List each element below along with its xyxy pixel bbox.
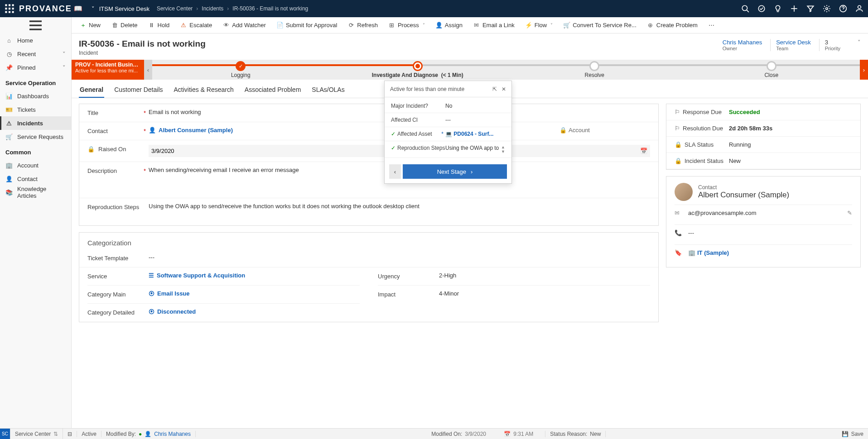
field-ticket-template[interactable]: Ticket Template --- bbox=[79, 249, 658, 267]
contact-email-row[interactable]: ✉ac@provancesample.com✎ bbox=[675, 205, 852, 221]
tab-activities[interactable]: Activities & Research bbox=[173, 83, 235, 98]
next-stage-button[interactable]: Next Stage› bbox=[403, 164, 507, 179]
chevron-down-icon: ˅ bbox=[63, 51, 66, 57]
bpf-next-button[interactable]: › bbox=[860, 60, 868, 80]
svg-point-14 bbox=[826, 8, 828, 10]
app-chevron-down-icon[interactable]: ˅ bbox=[92, 5, 95, 12]
pin-icon: 📌 bbox=[5, 64, 13, 71]
dock-icon[interactable]: ⇱ bbox=[492, 86, 497, 92]
flow-button[interactable]: ⚡Flow˅ bbox=[521, 17, 557, 33]
delete-button[interactable]: 🗑Delete bbox=[107, 17, 142, 33]
add-watcher-button[interactable]: 👁Add Watcher bbox=[218, 17, 270, 33]
search-icon[interactable] bbox=[741, 5, 749, 13]
scroll-down-icon[interactable]: ▼ bbox=[501, 149, 505, 154]
tab-general[interactable]: General bbox=[79, 83, 104, 98]
escalate-button[interactable]: ⚠Escalate bbox=[176, 17, 217, 33]
sidebar-item-account[interactable]: 🏢Account bbox=[0, 158, 71, 172]
bpf-stage-close[interactable]: Close bbox=[683, 61, 860, 78]
field-category-detailed[interactable]: Category Detailed ⦿Disconnected bbox=[87, 304, 360, 322]
edit-icon[interactable]: ✎ bbox=[847, 210, 852, 216]
bpf-process-pill[interactable]: PROV - Incident Business... Active for l… bbox=[72, 60, 144, 80]
flyout-field-ci[interactable]: Affected CI--- bbox=[385, 113, 511, 127]
help-icon[interactable] bbox=[839, 5, 847, 13]
field-contact[interactable]: Contact* 👤Albert Consumer (Sample) 🔒Acco… bbox=[79, 122, 658, 140]
save-button[interactable]: 💾Save bbox=[837, 429, 868, 439]
field-impact[interactable]: Impact 4-Minor bbox=[378, 286, 650, 304]
scroll-up-icon[interactable]: ▲ bbox=[501, 145, 505, 149]
sidebar-item-recent[interactable]: ◷Recent˅ bbox=[0, 47, 71, 61]
bpf-stage-investigate[interactable]: Investigate And Diagnose (< 1 Min) bbox=[329, 61, 506, 78]
contact-phone-row[interactable]: 📞--- bbox=[675, 224, 852, 241]
flyout-title: Active for less than one minute bbox=[390, 86, 464, 92]
categorization-section: Categorization Ticket Template --- Servi… bbox=[79, 232, 659, 322]
email-link-button[interactable]: ✉Email a Link bbox=[469, 17, 519, 33]
field-description[interactable]: Description* When sending/receiving emai… bbox=[79, 162, 658, 198]
field-service[interactable]: Service ☰Software Support & Acquisition bbox=[87, 267, 360, 286]
sidebar-item-pinned[interactable]: 📌Pinned˅ bbox=[0, 61, 71, 74]
area-switcher[interactable]: Service Center⇅ bbox=[10, 429, 63, 439]
field-repro-steps[interactable]: Reproduction Steps Using the OWA app to … bbox=[79, 198, 658, 225]
refresh-button[interactable]: ⟳Refresh bbox=[343, 17, 382, 33]
convert-button[interactable]: 🛒Convert To Service Re... bbox=[559, 17, 641, 33]
field-urgency[interactable]: Urgency 2-High bbox=[378, 267, 650, 286]
assign-button[interactable]: 👤Assign bbox=[431, 17, 467, 33]
lightbulb-icon[interactable] bbox=[774, 5, 782, 13]
sidebar-item-dashboards[interactable]: 📊Dashboards bbox=[0, 89, 71, 103]
task-icon[interactable] bbox=[757, 5, 766, 13]
phone-icon: 📞 bbox=[675, 229, 682, 236]
bpf-prev-button[interactable]: ‹ bbox=[144, 60, 152, 80]
new-button[interactable]: ＋New bbox=[75, 17, 105, 33]
header-owner[interactable]: Chris MahanesOwner bbox=[723, 39, 762, 51]
status-active: Active bbox=[77, 431, 101, 437]
process-button[interactable]: ⊞Process˅ bbox=[384, 17, 429, 33]
sidebar-item-label: Account bbox=[17, 162, 39, 169]
bpf-stage-logging[interactable]: ✓Logging bbox=[152, 61, 329, 78]
create-problem-button[interactable]: ⊕Create Problem bbox=[643, 17, 702, 33]
more-commands-button[interactable]: ⋯ bbox=[704, 17, 719, 33]
flyout-field-asset[interactable]: ✓Affected Asset*💻 PD0624 - Surf... bbox=[385, 127, 511, 141]
sidebar-item-label: Recent bbox=[17, 51, 36, 57]
settings-icon[interactable] bbox=[823, 5, 831, 13]
flyout-field-major[interactable]: Major Incident?No bbox=[385, 99, 511, 113]
breadcrumb-item[interactable]: IR-50036 - Email is not working bbox=[232, 5, 308, 12]
bpf-bar: PROV - Incident Business... Active for l… bbox=[72, 60, 868, 80]
bpf-stage-resolve[interactable]: Resolve bbox=[506, 61, 683, 78]
hold-button[interactable]: ⏸Hold bbox=[144, 17, 174, 33]
filter-icon[interactable] bbox=[806, 5, 815, 13]
flyout-back-button[interactable]: ‹ bbox=[389, 164, 401, 179]
sidebar-item-incidents[interactable]: ⚠Incidents bbox=[0, 116, 71, 130]
sidebar-item-service-requests[interactable]: 🛒Service Requests bbox=[0, 130, 71, 143]
add-icon[interactable] bbox=[790, 5, 798, 13]
tab-slas[interactable]: SLAs/OLAs bbox=[311, 83, 345, 98]
modified-date-input[interactable] bbox=[465, 431, 501, 437]
header-expand[interactable]: ˅ bbox=[849, 39, 861, 46]
timeline-icon[interactable]: ⊟ bbox=[63, 431, 77, 437]
submit-approval-button[interactable]: 📄Submit for Approval bbox=[272, 17, 342, 33]
app-launcher-icon[interactable] bbox=[5, 4, 14, 14]
sidebar-item-contact[interactable]: 👤Contact bbox=[0, 172, 71, 186]
header-priority[interactable]: 3Priority bbox=[819, 39, 840, 51]
save-icon: 💾 bbox=[842, 431, 849, 437]
cart-icon: 🛒 bbox=[5, 133, 13, 140]
header-team[interactable]: Service DeskTeam bbox=[770, 39, 811, 51]
tab-associated-problem[interactable]: Associated Problem bbox=[244, 83, 302, 98]
breadcrumb-item[interactable]: Incidents bbox=[202, 5, 223, 12]
field-category-main[interactable]: Category Main ⦿Email Issue bbox=[87, 286, 360, 304]
breadcrumb-item[interactable]: Service Center bbox=[157, 5, 193, 12]
flyout-field-repro[interactable]: ✓Reproduction StepsUsing the OWA app to▲… bbox=[385, 141, 511, 158]
flag-icon: ⚐ bbox=[675, 125, 680, 132]
home-icon: ⌂ bbox=[5, 37, 13, 44]
sidebar-item-home[interactable]: ⌂Home bbox=[0, 33, 71, 47]
topbar: PROVANCE 📖 ˅ ITSM Service Desk Service C… bbox=[0, 0, 868, 17]
field-raised-on[interactable]: 🔒Raised On 📅 bbox=[79, 140, 658, 162]
modified-time-input[interactable] bbox=[513, 431, 540, 437]
hamburger-icon[interactable] bbox=[0, 17, 71, 33]
field-title[interactable]: Title* Email is not working bbox=[79, 104, 658, 122]
sc-badge[interactable]: SC bbox=[0, 429, 10, 439]
tab-customer-details[interactable]: Customer Details bbox=[113, 83, 164, 98]
user-icon[interactable] bbox=[855, 5, 863, 13]
contact-group-row[interactable]: 🔖🏢IT (Sample) bbox=[675, 244, 852, 261]
sidebar-item-tickets[interactable]: 🎫Tickets bbox=[0, 103, 71, 116]
close-icon[interactable]: ✕ bbox=[502, 86, 506, 92]
sidebar-item-knowledge[interactable]: 📚Knowledge Articles bbox=[0, 186, 71, 199]
